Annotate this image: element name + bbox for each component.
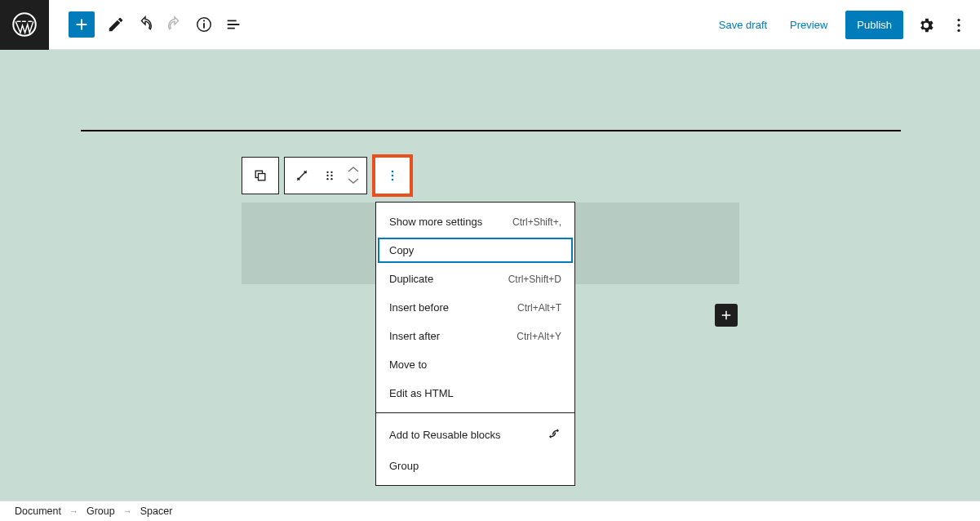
more-vertical-icon	[384, 167, 401, 184]
preview-button[interactable]: Preview	[780, 12, 837, 38]
menu-label: Move to	[389, 358, 427, 371]
crumb-spacer[interactable]: Spacer	[140, 505, 173, 517]
menu-edit-as-html[interactable]: Edit as HTML	[376, 379, 574, 407]
info-icon	[195, 16, 213, 33]
editor-canvas: Show more settings Ctrl+Shift+, Copy Dup…	[0, 50, 980, 501]
svg-point-5	[957, 24, 960, 26]
move-up-button[interactable]	[347, 163, 360, 176]
menu-shortcut: Ctrl+Alt+Y	[517, 331, 561, 342]
select-parent-button[interactable]	[246, 162, 274, 189]
block-toolbar-options	[372, 154, 413, 197]
svg-point-11	[326, 175, 328, 176]
menu-label: Add to Reusable blocks	[389, 429, 501, 441]
crumb-group[interactable]: Group	[86, 505, 115, 517]
menu-copy[interactable]: Copy	[376, 236, 574, 265]
separator-block[interactable]	[81, 130, 901, 131]
redo-button[interactable]	[160, 10, 189, 39]
svg-point-17	[392, 179, 394, 181]
svg-point-14	[330, 178, 332, 180]
menu-show-more-settings[interactable]: Show more settings Ctrl+Shift+,	[376, 207, 574, 236]
svg-point-13	[326, 178, 328, 180]
publish-button[interactable]: Publish	[845, 11, 903, 39]
menu-move-to[interactable]: Move to	[376, 350, 574, 379]
menu-section-1: Show more settings Ctrl+Shift+, Copy Dup…	[376, 203, 574, 413]
menu-label: Duplicate	[389, 273, 433, 285]
menu-label: Edit as HTML	[389, 387, 454, 399]
more-vertical-icon	[950, 16, 968, 34]
redo-icon	[166, 16, 184, 33]
plus-icon	[719, 308, 734, 323]
move-buttons	[344, 163, 363, 188]
add-block-inline-button[interactable]	[715, 304, 738, 327]
reuse-icon	[547, 426, 561, 443]
drag-icon	[321, 167, 338, 184]
breadcrumb-separator: →	[123, 506, 132, 516]
crumb-document[interactable]: Document	[15, 505, 61, 517]
menu-label: Insert before	[389, 301, 449, 314]
copy-icon	[252, 167, 268, 184]
menu-label: Group	[389, 460, 419, 472]
menu-shortcut: Ctrl+Shift+D	[508, 274, 561, 285]
menu-section-2: Add to Reusable blocks Group	[376, 413, 574, 485]
more-options-button[interactable]	[944, 11, 973, 40]
block-toolbar	[242, 157, 413, 199]
save-draft-button[interactable]: Save draft	[709, 12, 777, 38]
breadcrumb-separator: →	[69, 506, 78, 516]
outline-button[interactable]	[219, 10, 248, 39]
svg-point-10	[330, 171, 332, 173]
svg-point-6	[957, 29, 960, 31]
add-block-button[interactable]	[69, 11, 95, 38]
menu-group[interactable]: Group	[376, 452, 574, 480]
move-down-button[interactable]	[347, 176, 360, 188]
plus-icon	[73, 16, 91, 33]
gear-icon	[917, 16, 935, 34]
svg-point-16	[392, 175, 394, 177]
menu-duplicate[interactable]: Duplicate Ctrl+Shift+D	[376, 265, 574, 293]
svg-rect-3	[203, 20, 205, 22]
menu-label: Insert after	[389, 330, 440, 342]
wp-logo[interactable]	[0, 0, 49, 50]
wordpress-icon	[12, 12, 37, 37]
toolbar-left	[49, 10, 248, 39]
menu-label: Copy	[389, 244, 414, 256]
settings-button[interactable]	[911, 11, 941, 40]
svg-rect-2	[203, 23, 205, 28]
toolbar-right: Save draft Preview Publish	[709, 0, 973, 50]
menu-label: Show more settings	[389, 216, 482, 228]
pencil-icon	[107, 16, 125, 33]
svg-rect-8	[259, 174, 265, 180]
editor-header: Save draft Preview Publish	[0, 0, 980, 50]
chevron-up-icon	[347, 165, 360, 173]
menu-insert-before[interactable]: Insert before Ctrl+Alt+T	[376, 293, 574, 322]
svg-point-4	[957, 18, 960, 20]
menu-insert-after[interactable]: Insert after Ctrl+Alt+Y	[376, 322, 574, 350]
undo-button[interactable]	[131, 10, 160, 39]
block-toolbar-parent	[242, 157, 279, 194]
menu-add-reusable[interactable]: Add to Reusable blocks	[376, 418, 574, 452]
block-toolbar-movers	[284, 157, 367, 194]
drag-handle[interactable]	[316, 162, 344, 189]
svg-point-12	[330, 175, 332, 176]
svg-point-9	[326, 171, 328, 173]
chevron-down-icon	[347, 177, 360, 185]
menu-shortcut: Ctrl+Alt+T	[517, 302, 561, 314]
tools-button[interactable]	[101, 10, 131, 39]
list-icon	[224, 16, 242, 33]
menu-shortcut: Ctrl+Shift+,	[512, 216, 561, 228]
breadcrumb: Document → Group → Spacer	[0, 501, 980, 521]
svg-point-15	[392, 171, 394, 173]
change-alignment-button[interactable]	[288, 162, 316, 189]
block-options-button[interactable]	[379, 162, 406, 189]
info-button[interactable]	[189, 10, 219, 39]
undo-icon	[136, 16, 154, 33]
block-options-menu: Show more settings Ctrl+Shift+, Copy Dup…	[375, 202, 575, 486]
resize-icon	[294, 167, 310, 184]
